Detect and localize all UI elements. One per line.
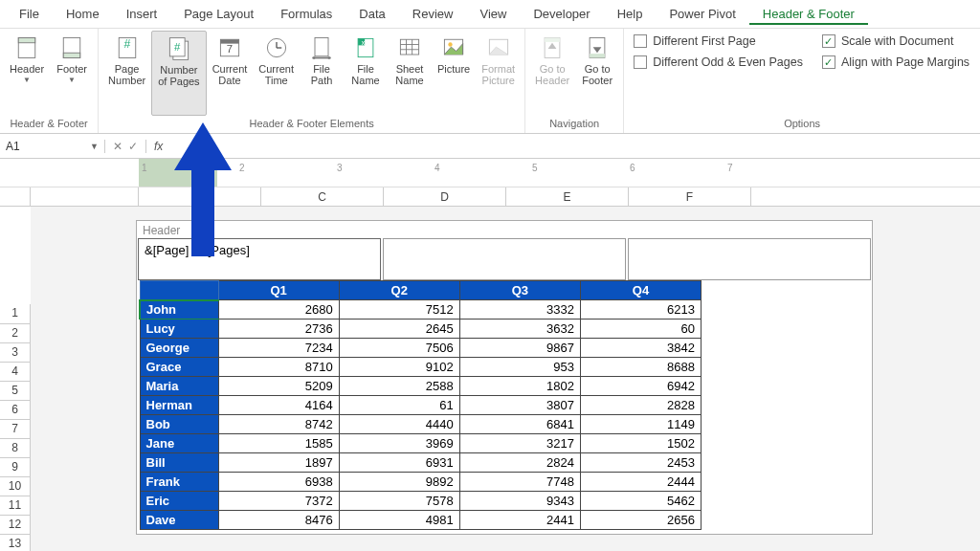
col-header-e[interactable]: E [506, 187, 629, 206]
data-cell[interactable]: 2441 [459, 511, 580, 530]
table-header[interactable]: Q3 [459, 281, 580, 300]
data-cell[interactable]: 9867 [459, 339, 580, 358]
table-header[interactable]: Q1 [218, 281, 339, 300]
menu-review[interactable]: Review [399, 3, 467, 25]
data-cell[interactable]: 1585 [218, 434, 339, 453]
data-cell[interactable]: 8476 [218, 511, 339, 530]
data-cell[interactable]: 2828 [580, 396, 701, 415]
data-cell[interactable]: 3969 [339, 434, 459, 453]
ribbon-btn-header[interactable]: Header▼ [4, 31, 50, 116]
ribbon-btn-page-number[interactable]: #Page Number [102, 31, 151, 116]
data-cell[interactable]: 2680 [218, 300, 339, 320]
data-cell[interactable]: 7512 [339, 300, 459, 320]
data-cell[interactable]: 9102 [339, 358, 459, 377]
menu-page-layout[interactable]: Page Layout [170, 3, 267, 25]
ribbon-btn-number-of-pages[interactable]: #Number of Pages [151, 31, 206, 116]
menu-developer[interactable]: Developer [520, 3, 603, 25]
data-cell[interactable]: 7372 [218, 492, 339, 511]
row-header[interactable]: 7 [0, 419, 31, 438]
data-cell[interactable]: 2588 [339, 377, 459, 396]
data-cell[interactable]: 7578 [339, 492, 459, 511]
data-cell[interactable]: 1802 [459, 377, 580, 396]
row-name-cell[interactable]: Frank [140, 473, 218, 492]
data-cell[interactable]: 3332 [459, 300, 580, 320]
row-header[interactable]: 9 [0, 457, 31, 476]
fx-icon[interactable]: fx [145, 140, 170, 153]
col-header-f[interactable]: F [629, 187, 751, 206]
data-cell[interactable]: 2645 [339, 320, 459, 339]
menu-home[interactable]: Home [53, 3, 113, 25]
data-cell[interactable]: 8688 [580, 358, 701, 377]
ribbon-btn-current-date[interactable]: 7Current Date [207, 31, 254, 116]
menu-help[interactable]: Help [604, 3, 657, 25]
row-name-cell[interactable]: Bob [140, 415, 218, 434]
menu-view[interactable]: View [466, 3, 520, 25]
row-header[interactable]: 11 [0, 496, 31, 515]
ribbon-btn-picture[interactable]: Picture [432, 31, 476, 116]
row-header[interactable]: 4 [0, 362, 31, 381]
row-header[interactable]: 2 [0, 323, 31, 342]
data-cell[interactable]: 4164 [218, 396, 339, 415]
menu-file[interactable]: File [6, 3, 53, 25]
data-cell[interactable]: 9892 [339, 473, 459, 492]
data-cell[interactable]: 3632 [459, 320, 580, 339]
data-cell[interactable]: 2736 [218, 320, 339, 339]
data-cell[interactable]: 4981 [339, 511, 459, 530]
ribbon-btn-file-name[interactable]: xFile Name [344, 31, 388, 116]
data-cell[interactable]: 6213 [580, 300, 701, 320]
data-cell[interactable]: 7748 [459, 473, 580, 492]
table-header[interactable]: Q4 [580, 281, 701, 300]
data-cell[interactable]: 8742 [218, 415, 339, 434]
menu-power-pivot[interactable]: Power Pivot [656, 3, 748, 25]
option-different-first-page[interactable]: Different First Page [634, 34, 803, 48]
data-cell[interactable]: 3807 [459, 396, 580, 415]
col-header-c[interactable]: C [261, 187, 384, 206]
row-name-cell[interactable]: John [140, 300, 218, 320]
data-cell[interactable]: 2656 [580, 511, 701, 530]
row-name-cell[interactable]: Maria [140, 377, 218, 396]
row-name-cell[interactable]: Eric [140, 492, 218, 511]
data-cell[interactable]: 3217 [459, 434, 580, 453]
data-cell[interactable]: 3842 [580, 339, 701, 358]
row-header[interactable]: 3 [0, 342, 31, 362]
data-cell[interactable]: 953 [459, 358, 580, 377]
menu-formulas[interactable]: Formulas [267, 3, 345, 25]
row-header[interactable]: 13 [0, 534, 31, 551]
menu-insert[interactable]: Insert [113, 3, 171, 25]
data-cell[interactable]: 1502 [580, 434, 701, 453]
ribbon-btn-file-path[interactable]: File Path [300, 31, 344, 116]
menu-data[interactable]: Data [345, 3, 398, 25]
data-cell[interactable]: 1149 [580, 415, 701, 434]
row-name-cell[interactable]: Bill [140, 453, 218, 473]
data-cell[interactable]: 1897 [218, 453, 339, 473]
row-header[interactable]: 10 [0, 476, 31, 496]
data-cell[interactable]: 6938 [218, 473, 339, 492]
table-header[interactable]: Q2 [339, 281, 459, 300]
col-header-d[interactable]: D [384, 187, 506, 206]
ribbon-btn-footer[interactable]: Footer▼ [50, 31, 94, 116]
menu-header-footer[interactable]: Header & Footer [749, 3, 868, 25]
row-header[interactable]: 5 [0, 381, 31, 400]
data-cell[interactable]: 2444 [580, 473, 701, 492]
option-scale-with-document[interactable]: Scale with Document [822, 34, 969, 48]
ribbon-btn-sheet-name[interactable]: Sheet Name [388, 31, 432, 116]
data-cell[interactable]: 6942 [580, 377, 701, 396]
row-header[interactable]: 1 [0, 304, 31, 323]
data-cell[interactable]: 2824 [459, 453, 580, 473]
row-name-cell[interactable]: Jane [140, 434, 218, 453]
data-cell[interactable]: 2453 [580, 453, 701, 473]
data-cell[interactable]: 5462 [580, 492, 701, 511]
option-align-with-page-margins[interactable]: Align with Page Margins [822, 55, 969, 69]
data-cell[interactable]: 5209 [218, 377, 339, 396]
row-name-cell[interactable]: Herman [140, 396, 218, 415]
option-different-odd-even-pages[interactable]: Different Odd & Even Pages [634, 55, 803, 69]
data-cell[interactable]: 6931 [339, 453, 459, 473]
ribbon-btn-current-time[interactable]: Current Time [253, 31, 300, 116]
data-cell[interactable]: 4440 [339, 415, 459, 434]
data-cell[interactable]: 61 [339, 396, 459, 415]
row-name-cell[interactable]: Dave [140, 511, 218, 530]
table-header[interactable] [140, 281, 218, 300]
header-right-cell[interactable] [628, 238, 871, 280]
row-name-cell[interactable]: Grace [140, 358, 218, 377]
row-name-cell[interactable]: George [140, 339, 218, 358]
